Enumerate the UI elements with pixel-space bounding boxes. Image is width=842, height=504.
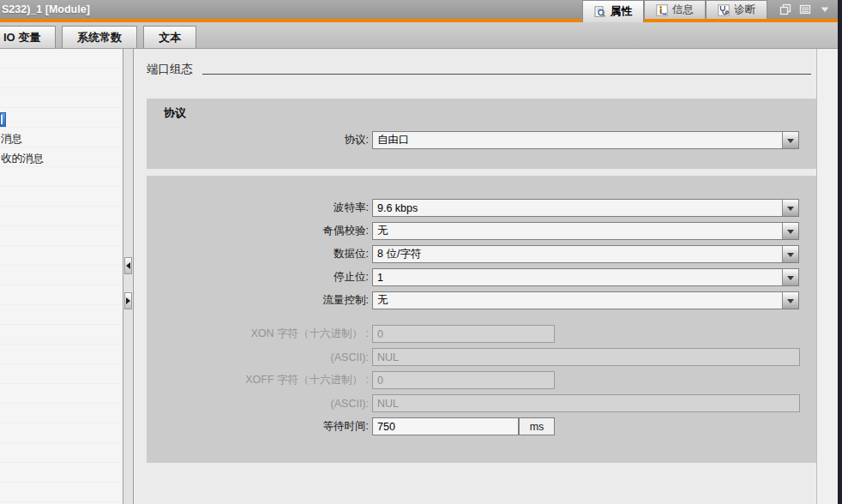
list-icon[interactable] <box>799 3 811 15</box>
tab-texts-label: 文本 <box>159 30 181 45</box>
tab-info[interactable]: 信息 <box>644 0 706 19</box>
tab-properties-label: 属性 <box>610 4 632 19</box>
inspector-window: S232)_1 [Module] 属性 <box>0 0 842 504</box>
pane-window-controls <box>779 0 831 19</box>
field-row-parity: 奇偶校验: 无 <box>147 222 817 240</box>
chevron-down-icon[interactable] <box>782 269 798 285</box>
parity-select[interactable]: 无 <box>372 222 799 240</box>
field-label: 停止位: <box>147 270 372 285</box>
tab-system-constants-label: 系统常数 <box>77 30 122 45</box>
chevron-down-icon[interactable] <box>819 3 831 15</box>
flow-control-select[interactable]: 无 <box>372 291 799 309</box>
baud-rate-select[interactable]: 9.6 kbps <box>372 199 799 217</box>
tab-diagnostics[interactable]: 诊断 <box>706 0 767 19</box>
field-label: 等待时间: <box>147 419 372 434</box>
data-bits-select[interactable]: 8 位/字符 <box>372 245 799 263</box>
stop-bits-select[interactable]: 1 <box>372 268 799 286</box>
nav-item-received-messages[interactable]: 收的消息 <box>1 152 44 166</box>
dropdown-value: 9.6 kbps <box>373 202 782 214</box>
xoff-hex-input: 0 <box>372 371 555 389</box>
inspector-tabs: 属性 信息 诊断 <box>582 0 767 22</box>
diagnostics-icon <box>718 4 730 16</box>
field-row-xon-hex: XON 字符（十六进制） : 0 <box>147 325 817 343</box>
field-row-xoff-ascii: (ASCII): NUL <box>147 394 817 412</box>
field-row-baud-rate: 波特率: 9.6 kbps <box>147 199 817 217</box>
chevron-down-icon[interactable] <box>782 200 798 216</box>
input-value: 0 <box>377 375 383 387</box>
section-title: 端口组态 <box>147 62 193 77</box>
titlebar: S232)_1 [Module] 属性 <box>0 0 842 19</box>
tab-io-tags-label: IO 变量 <box>3 30 40 45</box>
field-row-data-bits: 数据位: 8 位/字符 <box>147 245 817 263</box>
input-value: 0 <box>377 328 383 340</box>
field-row-protocol: 协议: 自由口 <box>147 131 817 149</box>
field-row-flow-control: 流量控制: 无 <box>147 291 817 309</box>
wait-time-unit: ms <box>519 417 555 435</box>
section-underline <box>202 74 811 75</box>
dropdown-value: 1 <box>373 272 782 284</box>
expand-right-button[interactable] <box>124 292 132 309</box>
field-row-xoff-hex: XOFF 字符（十六进制） : 0 <box>147 371 817 389</box>
main-area: 消息 收的消息 端口组态 协议 协议: 自由口 <box>0 49 842 504</box>
nav-tree: 消息 收的消息 <box>0 49 123 504</box>
xon-hex-input: 0 <box>372 325 555 343</box>
properties-icon <box>594 6 606 18</box>
port-config-panel: 端口组态 协议 协议: 自由口 波特率: <box>134 49 816 504</box>
section-header: 端口组态 <box>147 62 817 77</box>
field-label: 数据位: <box>147 247 372 261</box>
info-icon <box>656 4 668 16</box>
collapse-left-button[interactable] <box>124 257 132 274</box>
tab-diagnostics-label: 诊断 <box>734 3 755 17</box>
tab-io-tags[interactable]: IO 变量 <box>0 26 56 48</box>
field-label: 流量控制: <box>147 293 372 308</box>
field-label: 协议: <box>147 133 372 147</box>
dropdown-value: 无 <box>373 224 782 238</box>
nav-item-selected[interactable] <box>0 112 6 127</box>
duplicate-icon[interactable] <box>779 3 791 15</box>
field-label: 波特率: <box>147 201 372 215</box>
chevron-down-icon[interactable] <box>782 223 798 239</box>
pane-splitter[interactable] <box>123 49 134 504</box>
field-label: 奇偶校验: <box>147 224 372 238</box>
chevron-down-icon[interactable] <box>782 132 798 148</box>
tab-system-constants[interactable]: 系统常数 <box>62 26 137 48</box>
field-label: (ASCII): <box>147 398 372 410</box>
tab-properties[interactable]: 属性 <box>582 0 644 22</box>
protocol-select[interactable]: 自由口 <box>372 131 799 149</box>
dropdown-value: 自由口 <box>373 133 782 147</box>
chevron-down-icon[interactable] <box>782 246 798 262</box>
field-label: XOFF 字符（十六进制） : <box>147 373 372 387</box>
field-label: XON 字符（十六进制） : <box>147 327 372 341</box>
field-row-wait-time: 等待时间: 750 ms <box>147 417 817 435</box>
input-value: NUL <box>377 398 399 410</box>
scrollbar-track[interactable] <box>816 49 838 504</box>
property-tabstrip: IO 变量 系统常数 文本 <box>0 22 842 49</box>
module-title: S232)_1 [Module] <box>0 0 90 19</box>
protocol-group: 协议 协议: 自由口 <box>147 99 817 169</box>
xon-ascii-input: NUL <box>372 348 800 366</box>
chevron-down-icon[interactable] <box>782 292 798 309</box>
protocol-group-title: 协议 <box>147 105 817 121</box>
dropdown-value: 无 <box>373 293 782 308</box>
serial-settings-group: 波特率: 9.6 kbps 奇偶校验: 无 数据位: <box>147 176 817 463</box>
dropdown-value: 8 位/字符 <box>373 247 782 261</box>
field-label: (ASCII): <box>147 351 372 363</box>
window-edge <box>838 0 842 504</box>
xoff-ascii-input: NUL <box>372 394 800 412</box>
input-value: NUL <box>377 351 399 363</box>
tab-info-label: 信息 <box>672 3 694 17</box>
nav-item-messages[interactable]: 消息 <box>1 132 22 147</box>
tab-texts[interactable]: 文本 <box>143 26 196 48</box>
field-row-stop-bits: 停止位: 1 <box>147 268 817 286</box>
field-row-xon-ascii: (ASCII): NUL <box>147 348 817 366</box>
wait-time-input[interactable]: 750 <box>372 417 519 435</box>
input-value: 750 <box>377 421 395 433</box>
